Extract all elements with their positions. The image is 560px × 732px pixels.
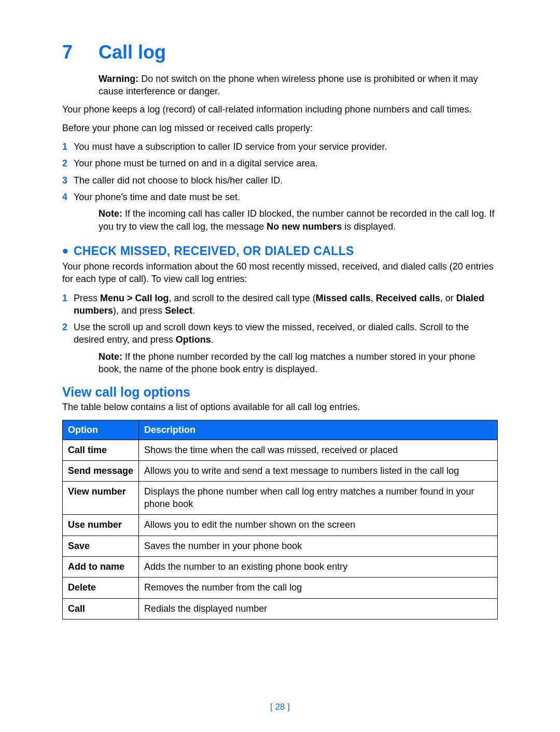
list-item: 1You must have a subscription to caller … [62,140,498,153]
table-header-option: Option [63,420,139,440]
subsection-title: View call log options [62,385,498,400]
subsection-intro: The table below contains a list of optio… [62,401,498,413]
section-title: CHECK MISSED, RECEIVED, OR DIALED CALLS [74,244,354,258]
option-name: Delete [63,578,139,598]
note-text-part2: is displayed. [342,221,396,232]
item-text: Press Menu > Call log, and scroll to the… [74,292,498,317]
table-row: Add to nameAdds the number to an existin… [63,556,498,577]
options-table: Option Description Call timeShows the ti… [62,420,498,620]
option-name: Save [63,536,139,556]
item-text: Use the scroll up and scroll down keys t… [74,321,498,346]
option-description: Redials the displayed number [139,598,498,619]
item-text: Your phone must be turned on and in a di… [74,157,318,170]
list-item: 3The caller did not choose to block his/… [62,174,498,187]
option-description: Shows the time when the call was missed,… [139,440,498,460]
table-row: View numberDisplays the phone number whe… [63,482,498,515]
list-item: 4Your phone's time and date must be set. [62,191,498,203]
note-bold-term: No new numbers [267,221,342,232]
item-number: 4 [62,191,74,203]
option-name: Call [63,598,139,619]
table-header-description: Description [139,420,498,440]
option-name: Call time [63,440,139,460]
list-item: 1 Press Menu > Call log, and scroll to t… [62,292,498,317]
option-description: Saves the number in your phone book [139,536,498,556]
table-row: Call timeShows the time when the call wa… [63,440,498,460]
document-page: 7 Call log Warning: Do not switch on the… [0,0,560,732]
option-description: Allows you to edit the number shown on t… [139,515,498,536]
table-row: DeleteRemoves the number from the call l… [63,578,498,598]
option-name: Use number [63,515,139,536]
steps-list: 1 Press Menu > Call log, and scroll to t… [62,292,498,346]
note-label: Note: [99,351,122,362]
item-text: Your phone's time and date must be set. [74,191,240,203]
list-item: 2Your phone must be turned on and in a d… [62,157,498,170]
option-description: Removes the number from the call log [139,578,498,598]
chapter-title: Call log [99,41,166,63]
table-row: Use numberAllows you to edit the number … [63,515,498,536]
note-block-2: Note: If the phone number recorded by th… [62,350,498,376]
item-number: 2 [62,157,74,170]
prerequisites-list: 1You must have a subscription to caller … [62,140,498,203]
warning-text: Do not switch on the phone when wireless… [99,74,478,96]
note-text: If the phone number recorded by the call… [99,351,475,374]
option-description: Displays the phone number when call log … [139,482,498,515]
intro-paragraph-1: Your phone keeps a log (record) of call-… [62,103,498,116]
option-name: Send message [63,461,139,482]
table-row: Send messageAllows you to write and send… [63,461,498,482]
item-number: 2 [62,321,74,346]
item-number: 1 [62,292,74,317]
note-label: Note: [99,208,122,219]
option-description: Allows you to write and send a text mess… [139,461,498,482]
option-name: Add to name [63,556,139,577]
page-number: [ 28 ] [0,702,560,712]
item-text: You must have a subscription to caller I… [74,140,387,153]
chapter-heading: 7 Call log [62,41,498,63]
table-row: SaveSaves the number in your phone book [63,536,498,556]
warning-label: Warning: [99,74,138,84]
option-description: Adds the number to an existing phone boo… [139,556,498,577]
section-intro: Your phone records information about the… [62,260,498,286]
section-heading: • CHECK MISSED, RECEIVED, OR DIALED CALL… [62,244,498,258]
item-text: The caller did not choose to block his/h… [74,174,283,187]
chapter-number: 7 [62,41,99,63]
option-name: View number [63,482,139,515]
item-number: 1 [62,140,74,153]
note-block-1: Note: If the incoming call has caller ID… [62,207,498,233]
list-item: 2 Use the scroll up and scroll down keys… [62,321,498,346]
intro-paragraph-2: Before your phone can log missed or rece… [62,122,498,134]
warning-block: Warning: Do not switch on the phone when… [62,73,498,98]
table-header-row: Option Description [63,420,498,440]
item-number: 3 [62,174,74,187]
table-row: CallRedials the displayed number [63,598,498,619]
